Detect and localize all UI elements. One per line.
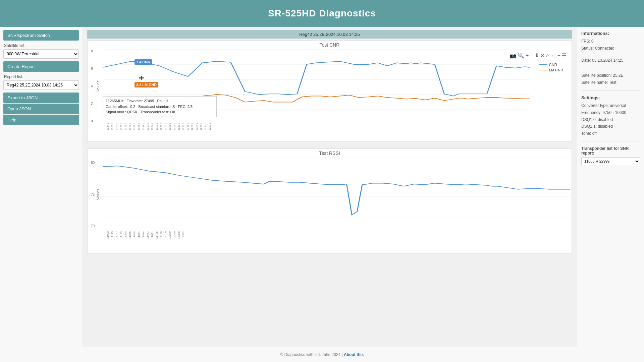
cnr-chart-container: 📷 🔍 + □ ⇓ ✕ ⌂ ← − ☰ Test CNR Values (87, 40, 572, 142)
cnr-chart-title: Test CNR (89, 42, 570, 48)
rssi-y-axis-label: Values (96, 189, 100, 200)
cnr-legend: CNR LM CNR (539, 63, 563, 72)
lm-cnr-badge: 3.3 LM CNR (135, 82, 158, 87)
legend-lm-cnr-label: LM CNR (549, 68, 563, 72)
chart-header-band: Reg42 25.2E.2024.10.03 14:25 (87, 30, 572, 39)
legend-cnr: CNR (539, 63, 563, 67)
cnr-badge: 7.4 CNR (135, 59, 152, 65)
date-label: Date: 03.10.2024 14:25 (581, 58, 640, 63)
header: SR-525HD Diagnostics (0, 0, 644, 27)
legend-cnr-line (539, 64, 547, 65)
help-button[interactable]: Help (3, 115, 79, 125)
settings-title: Settings: (581, 95, 640, 100)
report-list-label: Report list: (3, 74, 79, 79)
transponder-select[interactable]: 11083 H 22999 (581, 157, 640, 165)
frequency-label: Frequency: 9750 - 10600 (581, 110, 640, 116)
informations-title: Informations: (581, 31, 640, 36)
tone-label: Tone: off (581, 131, 640, 136)
satellite-list-label: Satellite list: (3, 43, 79, 48)
dsq11-label: DSQ1.1: disabled (581, 124, 640, 129)
content-area: Reg42 25.2E.2024.10.03 14:25 📷 🔍 + □ ⇓ ✕… (82, 27, 577, 347)
report-select[interactable]: Reg42 25.2E.2024.10.03 14:25 (3, 80, 79, 90)
cnr-chart-svg (103, 49, 530, 110)
cnr-badge-value: 7.4 (136, 60, 141, 64)
satellite-position-label: Satellite position: 25.2E (581, 73, 640, 78)
converter-type-label: Converter type: universal (581, 103, 640, 109)
footer: © Diagnostics with sr-525hd 2024 | About… (0, 347, 644, 362)
rssi-chart-svg (103, 158, 570, 218)
about-link[interactable]: About this (344, 352, 364, 357)
page-title: SR-525HD Diagnostics (268, 8, 376, 19)
cnr-x-axis: 11641 11671 11701 11731 11761 11791 1182… (89, 123, 570, 140)
open-json-button[interactable]: Open JSON (3, 104, 79, 114)
sidebar: SNR/spectrum Switch Satellite list: 000.… (0, 27, 82, 347)
fps-label: FPS: 0 (581, 39, 640, 44)
dsq10-label: DSQ1.0: disabled (581, 117, 640, 123)
satellite-select[interactable]: 000.0W Terrestrial (3, 49, 79, 59)
satellite-name-label: Satellite name: Test (581, 80, 640, 85)
rssi-chart-container: Test RSSI Values 80 75 70 (87, 148, 572, 253)
status-label: Status: Connected (581, 46, 640, 51)
lm-cnr-badge-label: LM CNR (142, 83, 157, 87)
create-report-button[interactable]: Create Report (3, 61, 79, 72)
cnr-badge-label: CNR (142, 60, 150, 64)
rssi-chart-title: Test RSSI (89, 150, 570, 156)
transponder-title: Transponder list for SNR report: (581, 146, 640, 156)
cnr-y-axis-label: Values (96, 81, 100, 92)
export-json-button[interactable]: Export to JSON (3, 93, 79, 103)
legend-lm-cnr-line (539, 70, 547, 70)
footer-copyright: © Diagnostics with sr-525hd 2024 | (280, 352, 343, 357)
right-panel: Informations: FPS: 0 Status: Connected D… (577, 27, 644, 347)
snr-switch-button[interactable]: SNR/spectrum Switch (3, 30, 79, 41)
legend-lm-cnr: LM CNR (539, 68, 563, 72)
tooltip-line3: Signal mod.: QPSK · Transponder test: OK (106, 109, 214, 115)
lm-cnr-badge-value: 3.3 (136, 83, 141, 87)
rssi-x-axis: 11083 11113 11143 11173 11225 11265 1149… (89, 231, 570, 251)
legend-cnr-label: CNR (549, 63, 557, 67)
